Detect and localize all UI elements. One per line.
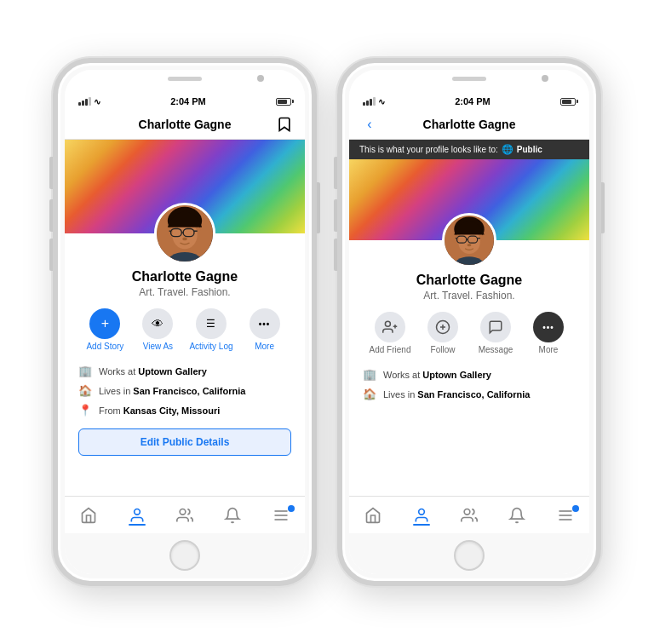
activity-log-label: Activity Log: [189, 342, 232, 351]
follow-label: Follow: [431, 345, 456, 354]
phone-screen-1: ∿ 2:04 PM Charlotte Gagne: [65, 70, 305, 574]
follow-icon: [427, 312, 458, 342]
tab-profile-2[interactable]: [413, 507, 430, 524]
back-button[interactable]: ‹: [359, 114, 380, 135]
public-view-banner: This is what your profile looks like to:…: [349, 140, 589, 159]
public-banner-text: This is what your profile looks like to:: [359, 145, 498, 154]
menu-badge-1: [288, 505, 295, 512]
add-friend-label: Add Friend: [370, 345, 411, 354]
profile-content-2: Charlotte Gagne Art. Travel. Fashion. Ad…: [349, 159, 589, 533]
action-row-1: + Add Story 👁 View As ☰ Activity Log •••…: [65, 305, 305, 358]
location-icon: 📍: [78, 404, 92, 417]
globe-icon: 🌐: [502, 144, 513, 155]
tab-friends-2[interactable]: [461, 507, 478, 524]
home-btn-wrap-1: [65, 533, 305, 574]
home-button-1[interactable]: [169, 540, 200, 571]
speaker-2: [452, 77, 486, 81]
add-friend-button[interactable]: Add Friend: [369, 312, 411, 354]
home-icon-2: 🏠: [363, 388, 376, 400]
lives-info-2: 🏠 Lives in San Francisco, California: [363, 384, 576, 404]
tab-notifications-1[interactable]: [224, 507, 241, 524]
wifi-icon-2: ∿: [378, 97, 385, 106]
info-section-1: 🏢 Works at Uptown Gallery 🏠 Lives in San…: [65, 358, 305, 423]
edit-public-details-button[interactable]: Edit Public Details: [78, 428, 291, 456]
phone-top-bar-2: [349, 70, 589, 94]
signal-bars-2: [363, 97, 376, 106]
more-button-1[interactable]: ••• More: [244, 308, 286, 351]
view-as-button[interactable]: 👁 View As: [136, 308, 179, 351]
tab-notifications-2[interactable]: [508, 507, 525, 524]
svg-point-11: [134, 509, 140, 515]
profile-name-1: Charlotte Gagne: [78, 269, 291, 285]
work-info: 🏢 Works at Uptown Gallery: [78, 361, 291, 381]
activity-log-icon: ☰: [196, 308, 227, 339]
svg-point-34: [464, 509, 470, 515]
battery-fill-2: [562, 100, 571, 104]
more-button-2[interactable]: ••• More: [527, 312, 570, 354]
status-bar-2: ∿ 2:04 PM: [349, 94, 589, 109]
status-time-2: 2:04 PM: [455, 96, 490, 106]
tab-home-1[interactable]: [80, 507, 97, 524]
lives-info: 🏠 Lives in San Francisco, California: [78, 381, 291, 400]
nav-bar-1: Charlotte Gagne: [65, 109, 305, 140]
add-story-label: Add Story: [86, 342, 123, 351]
tab-menu-1[interactable]: [272, 507, 290, 524]
public-label: Public: [517, 145, 542, 154]
activity-log-button[interactable]: ☰ Activity Log: [189, 308, 232, 351]
phone-2: ∿ 2:04 PM ‹ Charlotte Gagne This is what…: [337, 58, 601, 586]
status-time-1: 2:04 PM: [170, 96, 206, 106]
tab-home-2[interactable]: [364, 507, 382, 524]
lives-text-2: Lives in San Francisco, California: [383, 389, 530, 400]
tab-profile-1[interactable]: [129, 507, 146, 524]
svg-point-27: [385, 321, 390, 326]
message-button[interactable]: Message: [474, 312, 517, 354]
view-as-label: View As: [143, 342, 173, 351]
tab-bar-1: [65, 496, 305, 533]
phone-screen-2: ∿ 2:04 PM ‹ Charlotte Gagne This is what…: [349, 70, 589, 574]
tab-menu-2[interactable]: [557, 507, 574, 524]
lives-text: Lives in San Francisco, California: [99, 386, 245, 396]
camera-1: [257, 75, 264, 82]
work-icon: 🏢: [78, 365, 92, 377]
status-bar-1: ∿ 2:04 PM: [65, 94, 305, 109]
view-as-icon: 👁: [142, 308, 173, 339]
add-friend-icon: [375, 312, 405, 342]
avatar-2: [442, 213, 496, 267]
battery-icon-1: [276, 98, 291, 106]
message-icon: [480, 312, 511, 342]
from-text: From Kansas City, Missouri: [99, 405, 220, 416]
avatar-wrap-1: [65, 233, 305, 264]
svg-point-12: [180, 509, 186, 515]
bookmark-icon[interactable]: [274, 114, 295, 135]
profile-bio-2: Art. Travel. Fashion.: [363, 290, 576, 302]
nav-title-1: Charlotte Gagne: [139, 118, 232, 131]
avatar-1: [154, 203, 215, 264]
signal-bars-1: [78, 97, 91, 106]
add-story-button[interactable]: + Add Story: [83, 308, 126, 351]
status-left-1: ∿: [78, 97, 100, 106]
nav-bar-2: ‹ Charlotte Gagne: [349, 109, 589, 140]
status-right-1: [276, 98, 291, 106]
work-info-2: 🏢 Works at Uptown Gallery: [363, 365, 576, 384]
work-icon-2: 🏢: [363, 368, 376, 381]
add-story-icon: +: [89, 308, 120, 339]
phone-top-bar-1: [65, 70, 305, 94]
more-label-1: More: [255, 342, 274, 351]
profile-bio-1: Art. Travel. Fashion.: [78, 286, 291, 298]
profile-name-2: Charlotte Gagne: [363, 273, 576, 288]
message-label: Message: [479, 345, 513, 354]
avatar-wrap-2: [349, 240, 589, 267]
battery-icon-2: [560, 98, 576, 106]
more-icon-1: •••: [250, 308, 280, 339]
home-icon: 🏠: [78, 384, 92, 397]
home-button-2[interactable]: [454, 540, 485, 571]
follow-button[interactable]: Follow: [422, 312, 464, 354]
tab-friends-1[interactable]: [176, 507, 193, 524]
info-section-2: 🏢 Works at Uptown Gallery 🏠 Lives in San…: [349, 361, 589, 407]
svg-point-9: [182, 238, 187, 241]
svg-point-25: [468, 244, 472, 246]
battery-fill-1: [278, 100, 287, 104]
tab-bar-2: [349, 496, 589, 533]
more-label-2: More: [539, 345, 559, 354]
action-row-2: Add Friend Follow Message ••• More: [349, 308, 589, 361]
